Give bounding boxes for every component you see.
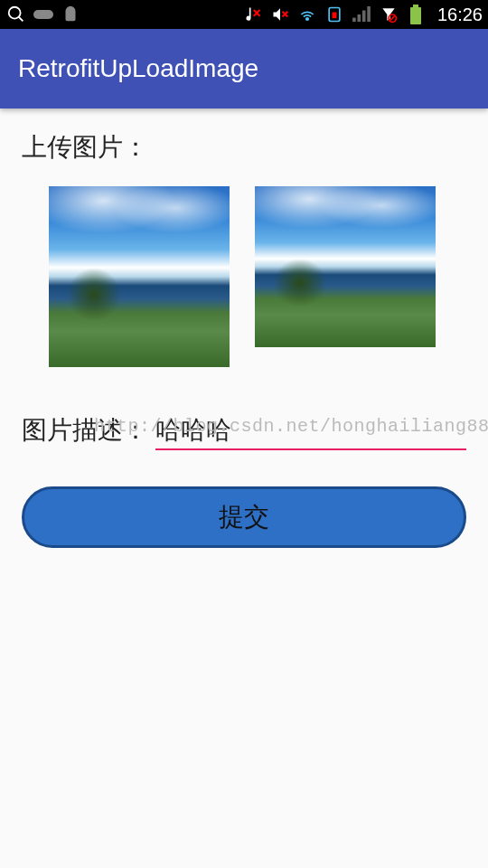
svg-rect-2 — [33, 10, 53, 19]
svg-rect-9 — [332, 13, 336, 19]
volume-off-icon — [269, 4, 291, 25]
sim-icon — [324, 4, 345, 25]
filter-off-icon — [378, 4, 399, 25]
app-title: RetrofitUpLoadImage — [18, 54, 258, 83]
svg-point-7 — [306, 18, 309, 21]
upload-label: 上传图片： — [22, 130, 466, 165]
signal-icon — [351, 4, 372, 25]
description-input[interactable] — [155, 412, 466, 450]
svg-rect-13 — [367, 6, 371, 22]
svg-rect-17 — [410, 7, 421, 24]
svg-rect-11 — [357, 14, 361, 22]
controller-icon — [33, 4, 54, 25]
svg-rect-12 — [362, 11, 366, 23]
svg-line-1 — [19, 17, 23, 22]
svg-point-0 — [9, 7, 21, 19]
image-thumbnail-1[interactable] — [49, 186, 230, 367]
music-off-icon — [242, 4, 264, 25]
svg-line-15 — [390, 16, 395, 21]
app-bar: RetrofitUpLoadImage — [0, 29, 488, 108]
android-icon — [60, 4, 81, 25]
images-row — [22, 186, 466, 367]
wifi-icon — [296, 4, 318, 25]
search-icon — [5, 4, 27, 25]
svg-rect-10 — [352, 18, 356, 23]
image-thumbnail-2[interactable] — [255, 186, 436, 347]
status-time: 16:26 — [437, 5, 483, 25]
main-content: 上传图片： 图片描述： http://blog.csdn.net/honghai… — [0, 108, 488, 570]
svg-rect-16 — [413, 5, 418, 7]
submit-button-label: 提交 — [219, 500, 269, 534]
description-label: 图片描述： — [22, 413, 155, 448]
battery-icon — [405, 4, 427, 25]
submit-button[interactable]: 提交 — [22, 486, 466, 548]
description-row: 图片描述： http://blog.csdn.net/honghailiang8… — [22, 412, 466, 450]
status-bar: 16:26 — [0, 0, 488, 29]
